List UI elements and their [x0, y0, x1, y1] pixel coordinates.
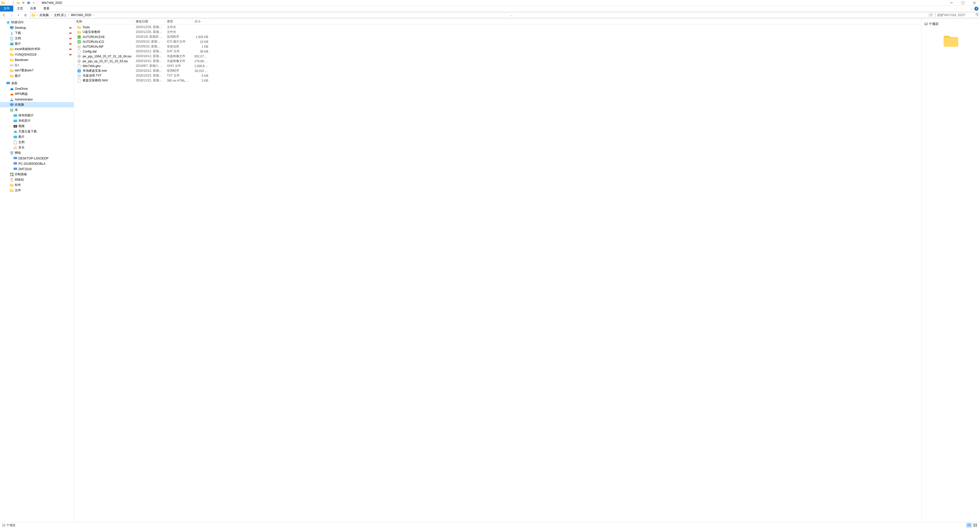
file-date: 2016/11/21, 星期一 2... — [134, 78, 165, 82]
file-date: 2015/5/10, 星期日 02... — [134, 44, 165, 49]
tree-videos[interactable]: 视频 — [0, 124, 74, 129]
tree-excel-folder[interactable]: excel表格制作求和 📌 — [0, 46, 74, 52]
qat-recent-icon[interactable] — [27, 1, 30, 5]
tree-files-folder[interactable]: 文件 — [0, 188, 74, 193]
pin-icon: 📌 — [68, 47, 72, 51]
tree-music[interactable]: 音乐 — [0, 145, 74, 150]
tree-software-folder[interactable]: 软件 — [0, 182, 74, 188]
tree-pc-2019[interactable]: PC-20190530OBLA — [0, 161, 74, 166]
refresh-button[interactable] — [928, 13, 934, 18]
nav-forward-button[interactable] — [9, 13, 14, 17]
file-type: 应用程序 — [165, 35, 192, 39]
search-box[interactable] — [935, 12, 979, 18]
file-row[interactable]: U盘安装教程2020/12/25, 星期五 1...文件夹 — [74, 30, 921, 35]
file-type: 光盘映像文件 — [165, 54, 192, 59]
tree-onedrive[interactable]: OneDrive — [0, 86, 74, 91]
maximize-button[interactable] — [957, 0, 969, 6]
svg-rect-17 — [14, 120, 17, 122]
tree-camera-roll[interactable]: 本机照片 — [0, 118, 74, 124]
tree-g-drive[interactable]: G:\ — [0, 62, 74, 68]
column-name[interactable]: 名称˄ — [74, 19, 134, 24]
file-row[interactable]: Win7x64.gho2019/9/7, 星期六 19:...GHO 文件2,9… — [74, 63, 921, 68]
tree-desktop-zh[interactable]: 桌面 — [0, 81, 74, 86]
tree-lib-documents[interactable]: 文档 — [0, 140, 74, 145]
tree-wps[interactable]: WPS网盘 — [0, 91, 74, 97]
tree-control-panel[interactable]: 控制面板 — [0, 172, 74, 177]
file-row[interactable]: 本地硬盘安装.exe2020/10/12, 星期一 1...应用程序28,315… — [74, 68, 921, 73]
breadcrumb[interactable]: › 此电脑 › 文档 (E:) › Win7x64_2020 › ⌵ — [30, 12, 935, 18]
file-row[interactable]: AUTORUN.INF2015/5/10, 星期日 02...安装信息1 KB — [74, 44, 921, 49]
close-button[interactable] — [969, 0, 980, 6]
tree-quick-access[interactable]: 快速访问 — [0, 20, 74, 25]
qat-delete-icon[interactable]: ✕ — [21, 1, 25, 5]
ribbon-expand-icon[interactable]: ⌵ — [971, 7, 972, 10]
tree-libraries[interactable]: 库 — [0, 107, 74, 113]
ribbon-tab-home[interactable]: 主页 — [13, 6, 27, 11]
tree-saved-pictures[interactable]: 保存的图片 — [0, 113, 74, 118]
file-row[interactable]: 光盘说明.TXT2016/10/23, 星期日 0...TXT 文件5 KB — [74, 73, 921, 78]
file-row[interactable]: AUTORUN.ICO2015/5/10, 星期日 02...ICO 图片文件1… — [74, 39, 921, 44]
file-row[interactable]: Config.dat2020/10/12, 星期一 1...DAT 文件36 K… — [74, 49, 921, 54]
view-large-icons-button[interactable] — [972, 523, 978, 528]
breadcrumb-sep[interactable]: › — [36, 13, 38, 17]
file-name: 光盘说明.TXT — [83, 73, 102, 78]
tree-pictures[interactable]: 图片 📌 — [0, 41, 74, 46]
tree-bandicam-folder[interactable]: Bandicam — [0, 57, 74, 62]
svg-point-32 — [78, 41, 80, 43]
tree-win7-reinstall-folder[interactable]: win7重装win7 — [0, 68, 74, 73]
ribbon-tab-view[interactable]: 查看 — [40, 6, 53, 11]
tree-yunqishi-folder[interactable]: YUNQISHI2019 📌 — [0, 52, 74, 57]
svg-point-35 — [79, 56, 80, 57]
file-row[interactable]: 硬盘安装教程.html2016/11/21, 星期一 2...360 se HT… — [74, 78, 921, 83]
ribbon-tab-file[interactable]: 文件 — [0, 6, 13, 11]
breadcrumb-sep[interactable]: › — [50, 13, 52, 17]
ribbon-tab-share[interactable]: 共享 — [27, 6, 40, 11]
file-row[interactable]: pe_yqs_1064_20_07_31_16_04.iso2020/10/12… — [74, 54, 921, 59]
tree-pictures2-folder[interactable]: 图片 — [0, 73, 74, 79]
file-rows[interactable]: Tools2020/12/25, 星期五 1...文件夹U盘安装教程2020/1… — [74, 25, 921, 522]
file-row[interactable]: AUTORUN.EXE2016/1/8, 星期四 04:...应用程序1,926… — [74, 35, 921, 39]
qat-properties-icon[interactable]: ✓ — [11, 1, 15, 5]
pin-icon: 📌 — [68, 25, 72, 30]
qat-folder-icon[interactable] — [16, 1, 21, 5]
nav-history-dropdown[interactable]: ▾ — [16, 13, 21, 17]
file-row[interactable]: Tools2020/12/25, 星期五 1...文件夹 — [74, 25, 921, 30]
file-name: AUTORUN.INF — [83, 45, 103, 48]
tree-network[interactable]: 网络 — [0, 150, 74, 155]
tree-lib-pictures[interactable]: 图片 — [0, 134, 74, 140]
search-input[interactable] — [937, 13, 975, 17]
qat-dropdown-icon[interactable]: ▾ — [32, 1, 36, 5]
breadcrumb-sep[interactable]: › — [93, 13, 95, 17]
svg-rect-13 — [10, 109, 11, 112]
column-size[interactable]: 大小 — [192, 19, 210, 24]
tree-administrator[interactable]: Administrator — [0, 97, 74, 102]
help-icon[interactable]: ? — [974, 6, 978, 11]
tree-recycle-bin[interactable]: 回收站 — [0, 177, 74, 182]
tree-zmt2019[interactable]: ZMT2019 — [0, 166, 74, 172]
breadcrumb-dropdown-icon[interactable]: ⌵ — [510, 13, 514, 17]
navigation-tree[interactable]: 快速访问 Desktop 📌 下载 📌 文档 📌 — [0, 19, 74, 522]
tree-desktop[interactable]: Desktop 📌 — [0, 25, 74, 30]
tree-desktop-lssoedp[interactable]: DESKTOP-LSSOEDP — [0, 155, 74, 161]
breadcrumb-drive[interactable]: 文档 (E:) — [53, 13, 67, 17]
search-icon[interactable] — [975, 13, 979, 17]
breadcrumb-folder[interactable]: Win7x64_2020 — [70, 13, 92, 17]
tree-tianyi[interactable]: 天翼云盘下载 — [0, 129, 74, 134]
breadcrumb-sep[interactable]: › — [67, 13, 69, 17]
svg-point-37 — [79, 61, 80, 62]
column-date[interactable]: 修改日期 — [134, 19, 165, 24]
breadcrumb-this-pc[interactable]: 此电脑 — [38, 13, 50, 17]
nav-back-button[interactable] — [2, 13, 6, 17]
tree-downloads[interactable]: 下载 📌 — [0, 30, 74, 36]
tree-documents[interactable]: 文档 📌 — [0, 36, 74, 41]
view-details-button[interactable] — [966, 523, 972, 528]
nav-up-button[interactable] — [23, 13, 28, 17]
file-name: U盘安装教程 — [83, 30, 100, 34]
file-type-icon — [77, 44, 81, 49]
column-type[interactable]: 类型 — [165, 19, 192, 24]
pictures-icon — [10, 42, 14, 46]
minimize-button[interactable] — [945, 0, 957, 6]
tree-this-pc[interactable]: 此电脑 — [0, 102, 74, 107]
file-row[interactable]: pe_yqs_xp_20_07_31_15_53.iso2020/10/12, … — [74, 59, 921, 63]
file-type-icon — [77, 79, 81, 82]
